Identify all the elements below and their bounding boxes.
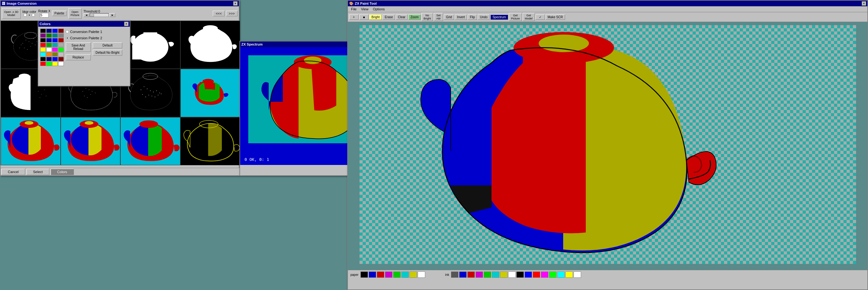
swatch-blue[interactable] xyxy=(52,29,58,33)
get-picture-button[interactable]: Get Picture xyxy=(509,13,522,21)
swatch-navy2[interactable] xyxy=(46,57,52,61)
check-button[interactable]: ✓ xyxy=(535,14,545,20)
erase-button[interactable]: Erase xyxy=(382,14,395,20)
ink-brightmagenta[interactable] xyxy=(541,271,548,278)
ink-darkgray[interactable] xyxy=(451,271,459,278)
threshold-right-btn[interactable]: ► xyxy=(110,13,115,17)
paper-white[interactable] xyxy=(418,271,425,278)
swatch-dkred[interactable] xyxy=(58,38,64,42)
threshold-track[interactable] xyxy=(90,13,109,17)
replace-button[interactable]: Replace xyxy=(66,54,91,60)
invert-button[interactable]: Invert xyxy=(455,14,467,20)
swatch-blue3[interactable] xyxy=(52,57,58,61)
threshold-left-btn[interactable]: ◄ xyxy=(84,13,90,17)
grid-cell-11[interactable] xyxy=(180,117,240,165)
swatch-silver[interactable] xyxy=(58,52,64,57)
grid-cell-8[interactable] xyxy=(1,117,61,165)
palette-button[interactable]: Palette xyxy=(52,11,66,16)
bkgr-radio-1[interactable] xyxy=(24,13,27,17)
paper-red[interactable] xyxy=(377,271,384,278)
palette2-option[interactable]: Conversion Palette 2 xyxy=(66,36,128,40)
swatch-gray[interactable] xyxy=(58,33,64,38)
swatch-yellow[interactable] xyxy=(40,47,46,52)
ink-black[interactable] xyxy=(516,271,524,278)
swatch-white2[interactable] xyxy=(58,62,64,66)
grid-cell-10[interactable] xyxy=(120,117,180,165)
make-scr-button[interactable]: Make SCR xyxy=(546,14,565,20)
grid-button[interactable]: Grid xyxy=(444,14,454,20)
select-button[interactable]: Select xyxy=(26,169,49,175)
swatch-white[interactable] xyxy=(46,47,52,52)
colors-button[interactable]: Colors xyxy=(51,169,74,175)
palette1-option[interactable]: Conversion Palette 1 xyxy=(66,30,128,34)
paper-blue[interactable] xyxy=(369,271,376,278)
zoom-button[interactable]: Zoom xyxy=(408,14,421,20)
ink-blue[interactable] xyxy=(459,271,467,278)
grid-cell-3[interactable] xyxy=(180,21,240,69)
ink-cyan[interactable] xyxy=(492,271,499,278)
set-attr-button[interactable]: Set Attr xyxy=(434,13,443,21)
open-picture-button[interactable]: Open Picture xyxy=(68,8,82,19)
palette1-radio[interactable] xyxy=(66,30,69,33)
swatch-black[interactable] xyxy=(40,29,46,33)
get-model-button[interactable]: Get Model xyxy=(523,13,535,21)
ink-white[interactable] xyxy=(508,271,516,278)
cancel-button[interactable]: Cancel xyxy=(1,169,25,175)
spectrum-button[interactable]: Spectrum xyxy=(490,14,508,20)
swatch-ltgreen[interactable] xyxy=(58,47,64,52)
clear-button[interactable]: Clear xyxy=(396,14,408,20)
swatch-black3[interactable] xyxy=(40,57,46,61)
paint-canvas[interactable] xyxy=(360,25,856,264)
ink-brightblue[interactable] xyxy=(525,271,532,278)
rotate-x-input[interactable] xyxy=(40,13,49,18)
grid-cell-9[interactable] xyxy=(61,117,121,165)
swatch-black2[interactable] xyxy=(40,38,46,42)
swatch-dkcyan[interactable] xyxy=(52,43,58,47)
swatch-maroon[interactable] xyxy=(58,29,64,33)
swatch-red2[interactable] xyxy=(40,62,46,66)
swatch-green2[interactable] xyxy=(46,62,52,66)
square-button[interactable]: ■ xyxy=(359,14,369,20)
bright-button[interactable]: Bright xyxy=(369,14,382,20)
ink-brightcyan[interactable] xyxy=(557,271,565,278)
swatch-teal[interactable] xyxy=(52,33,58,38)
grid-cell-7[interactable] xyxy=(180,69,240,117)
default-button[interactable]: Default xyxy=(93,42,122,49)
swatch-maroon2[interactable] xyxy=(58,57,64,61)
ink-brightyellow[interactable] xyxy=(565,271,573,278)
ink-yellow[interactable] xyxy=(500,271,507,278)
ink-brightgreen[interactable] xyxy=(549,271,557,278)
paper-cyan[interactable] xyxy=(401,271,409,278)
swatch-red[interactable] xyxy=(40,43,46,47)
swatch-cyan[interactable] xyxy=(40,52,46,57)
swatch-orange[interactable] xyxy=(46,52,52,57)
swatch-magenta[interactable] xyxy=(52,47,58,52)
ink-red[interactable] xyxy=(467,271,475,278)
palette2-radio[interactable] xyxy=(66,36,69,40)
default-no-bright-button[interactable]: Default No Bright xyxy=(93,50,122,56)
paper-magenta[interactable] xyxy=(385,271,393,278)
paper-green[interactable] xyxy=(393,271,401,278)
colors-dialog-close[interactable]: × xyxy=(124,22,128,26)
menu-view[interactable]: View xyxy=(359,7,371,11)
ink-magenta[interactable] xyxy=(475,271,483,278)
swatch-olive[interactable] xyxy=(52,52,58,57)
swatch-dkgreen[interactable] xyxy=(46,43,52,47)
open-model-button[interactable]: Open .x 3D Model xyxy=(2,8,21,19)
paper-yellow[interactable] xyxy=(409,271,417,278)
no-bright-button[interactable]: No Bright xyxy=(422,13,433,21)
swatch-purple[interactable] xyxy=(40,33,46,38)
swatch-dkblue[interactable] xyxy=(46,38,52,42)
close-button[interactable]: × xyxy=(233,1,238,6)
swatch-ltgray[interactable] xyxy=(58,43,64,47)
paint-close-button[interactable]: × xyxy=(862,1,866,6)
plus-button[interactable]: + xyxy=(349,14,359,20)
nav-right-button[interactable]: >>> xyxy=(226,11,238,17)
swatch-green[interactable] xyxy=(46,33,52,38)
nav-left-button[interactable]: <<< xyxy=(213,11,224,17)
menu-file[interactable]: File xyxy=(349,7,359,11)
bkgr-radio-2[interactable] xyxy=(28,13,31,17)
menu-options[interactable]: Options xyxy=(371,7,386,11)
swatch-navy[interactable] xyxy=(46,29,52,33)
ink-brightwhite[interactable] xyxy=(574,271,581,278)
